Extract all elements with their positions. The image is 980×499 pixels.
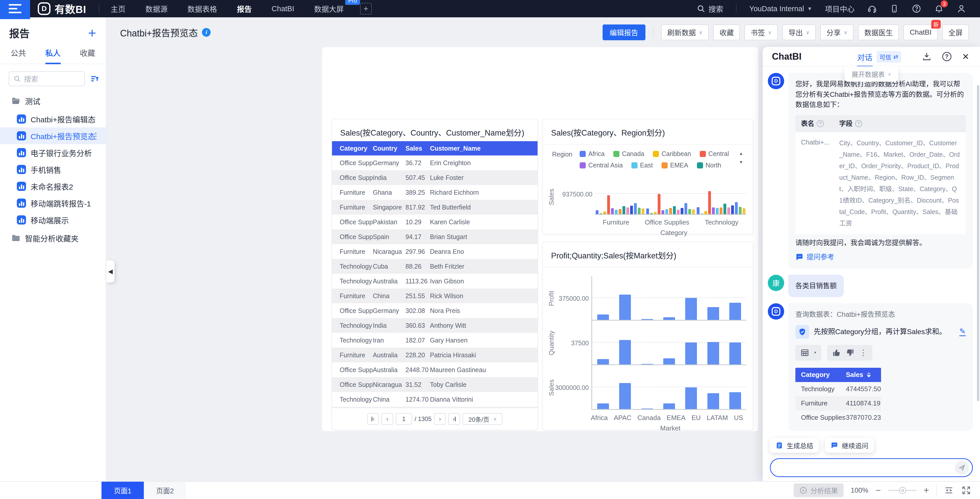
toolbar-button-导出[interactable]: 导出∨ <box>783 24 816 40</box>
workspace-switcher[interactable]: YouData Internal ▼ <box>749 5 812 13</box>
legend-item-North[interactable]: North <box>697 162 721 169</box>
notifications-button[interactable]: 3 <box>934 4 944 14</box>
page-tab-页面2[interactable]: 页面2 <box>144 482 186 499</box>
hamburger-menu-button[interactable] <box>0 0 30 19</box>
user-avatar-icon[interactable] <box>956 4 966 14</box>
legend-item-Central Asia[interactable]: Central Asia <box>580 162 623 169</box>
global-search-button[interactable]: 搜索 <box>697 3 723 14</box>
nav-item-数据大屏[interactable]: 数据大屏Pro <box>314 3 344 14</box>
expand-datatable-pill[interactable]: 展开数据表∨ <box>844 66 898 82</box>
toolbar-button-书签[interactable]: 书签∨ <box>745 24 778 40</box>
table-row[interactable]: FurnitureChina251.55Rick Wilson <box>332 289 538 303</box>
thumbs-up-icon[interactable] <box>832 348 841 357</box>
table-row[interactable]: TechnologyIran182.07Gary Hansen <box>332 333 538 348</box>
next-page-button[interactable]: › <box>434 413 446 425</box>
chat-scrollbar[interactable] <box>977 85 979 401</box>
sidebar-item-未命名报表2[interactable]: 未命名报表2 <box>0 178 106 195</box>
page-number-input[interactable]: 1 <box>396 413 412 425</box>
zoom-in-button[interactable]: + <box>924 485 929 496</box>
facet-plot-area[interactable] <box>591 276 746 321</box>
table-row[interactable]: TechnologyAustralia1113.26Ivan Gibson <box>332 274 538 289</box>
sidebar-item-移动端展示[interactable]: 移动端展示 <box>0 211 106 228</box>
toolbar-button-分享[interactable]: 分享∨ <box>820 24 854 40</box>
nav-item-报告[interactable]: 报告 <box>237 3 252 14</box>
table-row[interactable]: Office SuppliesNicaragua31.52Toby Carlis… <box>332 377 538 392</box>
folder-smart-analysis[interactable]: 智能分析收藏夹 <box>0 228 106 248</box>
sidebar-item-Chatbi+报告编辑态[interactable]: Chatbi+报告编辑态 <box>0 111 106 127</box>
fullscreen-icon[interactable] <box>961 485 971 496</box>
sidebar-search-input[interactable]: 搜索 <box>9 72 85 86</box>
sort-icon[interactable] <box>867 372 871 377</box>
toolbar-button-数据医生[interactable]: 数据医生 <box>858 24 899 40</box>
help-icon[interactable]: ? <box>817 120 824 127</box>
action-pill-生成总结[interactable]: 生成总结 <box>770 438 819 453</box>
column-header-Sales[interactable]: Sales <box>406 141 430 156</box>
table-row[interactable]: TechnologyIndia360.63Anthony Witt <box>332 318 538 333</box>
help-icon[interactable] <box>912 4 921 14</box>
chart-type-switch[interactable]: ▾ <box>795 345 821 361</box>
sidebar-tab-私人[interactable]: 私人 <box>45 47 61 64</box>
table-row[interactable]: FurnitureNicaragua297.96Deanra Eno <box>332 244 538 259</box>
last-page-button[interactable]: › <box>448 413 460 425</box>
table-row[interactable]: Office SuppliesGermany302.08Nora Preis <box>332 303 538 318</box>
nav-item-主页[interactable]: 主页 <box>111 3 126 14</box>
prev-page-button[interactable]: ‹ <box>382 413 393 425</box>
legend-item-EMEA[interactable]: EMEA <box>662 162 688 169</box>
legend-scroll-up-icon[interactable]: ▲ <box>739 151 743 156</box>
item-more-icon[interactable]: ⋮ <box>92 131 100 141</box>
facet-plot-area[interactable] <box>591 321 746 365</box>
legend-item-Canada[interactable]: Canada <box>613 150 644 157</box>
download-icon[interactable] <box>922 52 932 61</box>
zoom-slider-thumb[interactable] <box>899 487 906 494</box>
bar-group-Technology[interactable] <box>697 191 745 214</box>
facet-plot-area[interactable] <box>591 365 746 410</box>
new-report-button[interactable]: + <box>88 28 96 38</box>
toolbar-button-全屏[interactable]: 全屏 <box>942 24 969 40</box>
table-row[interactable]: TechnologyChina1274.70Dianna Vittorini <box>332 392 538 407</box>
ask-reference-link[interactable]: 提问参考 <box>795 252 966 262</box>
page-tab-页面1[interactable]: 页面1 <box>102 482 144 499</box>
help-icon[interactable]: ? <box>942 52 951 61</box>
sidebar-item-电子银行业务分析[interactable]: 电子银行业务分析 <box>0 144 106 161</box>
result-row[interactable]: Technology4744557.50 <box>795 382 881 396</box>
info-icon[interactable]: i <box>202 28 211 37</box>
table-row[interactable]: FurnitureSingapore817.92Ted Butterfield <box>332 200 538 215</box>
table-row[interactable]: Office SuppliesAustralia2448.70Maureen G… <box>332 362 538 377</box>
data-table[interactable]: CategoryCountrySalesCustomer_Name Office… <box>332 141 538 408</box>
legend-item-Caribbean[interactable]: Caribbean <box>653 150 691 157</box>
sidebar-tab-收藏[interactable]: 收藏 <box>80 47 95 64</box>
tab-dialog[interactable]: 对话 <box>857 47 872 67</box>
send-button[interactable] <box>955 461 969 475</box>
nav-item-ChatBI[interactable]: ChatBI <box>272 5 294 13</box>
edit-report-button[interactable]: 编辑报告 <box>603 24 646 40</box>
mobile-device-icon[interactable] <box>890 4 899 13</box>
edit-step-icon[interactable]: ✎ <box>959 327 966 336</box>
legend-item-Central[interactable]: Central <box>700 150 729 157</box>
bar-group-Furniture[interactable] <box>596 195 644 214</box>
table-row[interactable]: FurnitureGhana389.25Richard Eichhorn <box>332 185 538 200</box>
analysis-result-button[interactable]: 分析结果 <box>794 483 843 497</box>
sidebar-item-Chatbi+报告预览态[interactable]: Chatbi+报告预览态⋮ <box>0 127 106 144</box>
project-center-link[interactable]: 项目中心 <box>825 3 854 14</box>
sidebar-tab-公共[interactable]: 公共 <box>11 47 26 64</box>
table-row[interactable]: Office SuppliesSpain94.17Brian Stugart <box>332 229 538 244</box>
close-icon[interactable]: ✕ <box>962 51 970 62</box>
add-module-button[interactable]: + <box>360 3 372 14</box>
sidebar-item-移动端跳转报告-1[interactable]: 移动端跳转报告-1 <box>0 195 106 211</box>
column-header-Category[interactable]: Category <box>332 141 373 156</box>
folder-test[interactable]: 测试 <box>0 91 106 111</box>
zoom-slider[interactable] <box>888 490 916 491</box>
chart1-plot-area[interactable] <box>595 179 746 215</box>
column-header-Country[interactable]: Country <box>373 141 406 156</box>
nav-item-数据源[interactable]: 数据源 <box>145 3 167 14</box>
table-row[interactable]: TechnologyCuba88.26Beth Fritzler <box>332 259 538 274</box>
toolbar-button-ChatBI[interactable]: ChatBI新 <box>904 24 938 40</box>
more-actions-icon[interactable]: ⋮ <box>860 347 867 358</box>
toolbar-button-收藏[interactable]: 收藏 <box>713 24 740 40</box>
legend-item-East[interactable]: East <box>632 162 653 169</box>
nav-item-数据表格[interactable]: 数据表格 <box>188 3 217 14</box>
sidebar-item-手机销售[interactable]: 手机销售 <box>0 161 106 178</box>
first-page-button[interactable]: ‹ <box>367 413 379 425</box>
sidebar-collapse-handle[interactable]: ◀ <box>107 261 115 282</box>
table-row[interactable]: FurnitureAustralia228.20Patricia Hirasak… <box>332 348 538 362</box>
